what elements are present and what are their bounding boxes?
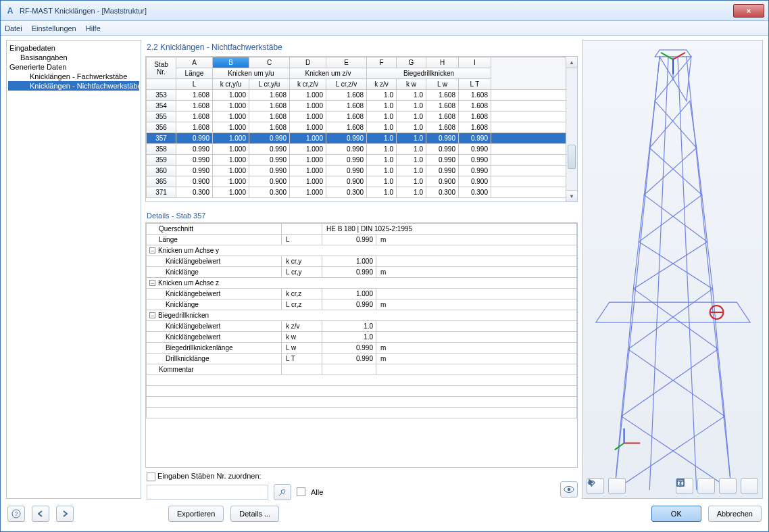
table-row[interactable]: 3650.9001.0000.9001.0000.9001.01.00.9000… (147, 176, 577, 187)
detail-querschnitt-label: Querschnitt (147, 224, 282, 235)
svg-line-6 (687, 57, 731, 490)
th-knicken-yu[interactable]: Knicken um y/u (213, 68, 290, 79)
titlebar[interactable]: A RF-MAST Knicklängen - [Maststruktur] × (1, 1, 768, 21)
svg-point-1 (568, 488, 570, 491)
tree-item-generierte-daten[interactable]: Generierte Daten (8, 62, 139, 72)
details-panel: QuerschnittHE B 180 | DIN 1025-2:1995 Lä… (145, 222, 578, 468)
pick-member-button[interactable] (274, 484, 291, 500)
svg-text:?: ? (14, 510, 18, 517)
table-row[interactable]: 3590.9901.0000.9901.0000.9901.01.00.9900… (147, 155, 577, 166)
svg-line-5 (615, 57, 660, 490)
menu-help[interactable]: Hilfe (86, 24, 101, 32)
details-title: Details - Stab 357 (145, 209, 578, 222)
assign-input[interactable] (147, 485, 268, 500)
table-scrollbar[interactable] (566, 57, 577, 201)
export-button[interactable]: Exportieren (168, 506, 224, 522)
next-button[interactable] (56, 506, 74, 522)
menu-settings[interactable]: Einstellungen (32, 24, 76, 32)
th-c[interactable]: C (249, 57, 290, 68)
table-row[interactable]: 3710.3001.0000.3001.0000.3001.01.00.3000… (147, 187, 577, 198)
th-kw[interactable]: k w (397, 79, 426, 90)
view-button[interactable] (560, 481, 578, 498)
close-button[interactable]: × (733, 4, 764, 18)
svg-line-9 (673, 53, 685, 59)
th-kcrzv[interactable]: k cr,z/v (290, 79, 326, 90)
app-icon: A (5, 5, 16, 16)
th-biegedrill[interactable]: Biegedrillknicken (367, 68, 491, 79)
th-stab-nr[interactable]: StabNr. (147, 57, 176, 79)
footer: ? Exportieren Details ... OK Abbrechen (1, 502, 768, 531)
assign-label: Eingaben Stäben Nr. zuordnen: (157, 472, 262, 480)
detail-group-z[interactable]: −Knicken um Achse z (147, 278, 577, 289)
menu-bar: Datei Einstellungen Hilfe (1, 21, 768, 36)
help-button[interactable]: ? (7, 506, 25, 522)
th-knicken-zv[interactable]: Knicken um z/v (290, 68, 367, 79)
svg-line-10 (661, 53, 673, 59)
table-row[interactable]: 3551.6081.0001.6081.0001.6081.01.01.6081… (147, 112, 577, 122)
th-laenge[interactable]: Länge (176, 68, 213, 79)
th-h[interactable]: H (426, 57, 459, 68)
buckling-table[interactable]: StabNr. A B C D E F G H I (145, 56, 578, 202)
th-kzv[interactable]: k z/v (367, 79, 397, 90)
assign-row: Eingaben Stäben Nr. zuordnen: Alle (145, 468, 578, 499)
th-a[interactable]: A (176, 57, 213, 68)
th-Lw[interactable]: L w (426, 79, 459, 90)
work-area: Eingabedaten Basisangaben Generierte Dat… (1, 36, 768, 502)
th-b[interactable]: B (213, 57, 249, 68)
svg-marker-2 (655, 50, 691, 57)
th-i[interactable]: I (459, 57, 491, 68)
view3d-axes-z-button[interactable]: Z (719, 478, 737, 494)
detail-querschnitt-value: HE B 180 | DIN 1025-2:1995 (322, 224, 577, 235)
prev-button[interactable] (32, 506, 49, 522)
nav-tree[interactable]: Eingabedaten Basisangaben Generierte Dat… (6, 40, 141, 499)
detail-group-biege[interactable]: −Biegedrillknicken (147, 310, 577, 321)
alle-checkbox[interactable] (297, 487, 305, 496)
th-LT[interactable]: L T (459, 79, 491, 90)
tree-item-eingabedaten[interactable]: Eingabedaten (8, 43, 139, 53)
tree-item-fachwerkstaebe[interactable]: Knicklängen - Fachwerkstäbe (8, 72, 139, 81)
section-title: 2.2 Knicklängen - Nichtfachwerkstäbe (145, 40, 578, 56)
window-title: RF-MAST Knicklängen - [Maststruktur] (20, 7, 733, 15)
th-f[interactable]: F (367, 57, 397, 68)
table-row[interactable]: 3541.6081.0001.6081.0001.6081.01.01.6081… (147, 101, 577, 112)
table-row[interactable]: 3580.9901.0000.9901.0000.9901.01.00.9900… (147, 144, 577, 155)
detail-laenge-label: Länge (147, 235, 282, 245)
th-e[interactable]: E (326, 57, 367, 68)
th-kcryu[interactable]: k cr,y/u (213, 79, 249, 90)
tree-item-nichtfachwerkstaebe[interactable]: Knicklängen - Nichtfachwerkstäbe (8, 81, 139, 91)
details-button[interactable]: Details ... (230, 506, 279, 522)
assign-checkbox[interactable] (147, 473, 155, 481)
view3d-rotate-button[interactable] (608, 478, 626, 494)
th-Lcryu[interactable]: L cr,y/u (249, 79, 290, 90)
th-g[interactable]: G (397, 57, 426, 68)
th-L[interactable]: L (176, 79, 213, 90)
tree-item-basisangaben[interactable]: Basisangaben (8, 53, 139, 62)
menu-file[interactable]: Datei (5, 24, 22, 32)
cancel-button[interactable]: Abbrechen (708, 506, 762, 522)
table-row[interactable]: 3561.6081.0001.6081.0001.6081.01.01.6081… (147, 122, 577, 133)
th-d[interactable]: D (290, 57, 326, 68)
svg-line-8 (678, 57, 697, 490)
view3d-iso-button[interactable] (741, 478, 758, 494)
table-row[interactable]: 3570.9901.0000.9901.0000.9901.01.00.9900… (147, 133, 577, 144)
th-Lcrzv[interactable]: L cr,z/v (326, 79, 367, 90)
table-row[interactable]: 3600.9901.0000.9901.0000.9901.01.00.9900… (147, 166, 577, 176)
svg-marker-4 (596, 302, 750, 322)
app-window: A RF-MAST Knicklängen - [Maststruktur] ×… (0, 0, 769, 532)
mast-icon (582, 41, 762, 499)
view3d-axes-y-button[interactable]: Y (697, 478, 715, 494)
alle-label: Alle (311, 488, 323, 496)
table-row[interactable]: 3531.6081.0001.6081.0001.6081.01.01.6081… (147, 90, 577, 101)
detail-group-y[interactable]: −Knicken um Achse y (147, 245, 577, 256)
ok-button[interactable]: OK (651, 506, 701, 522)
model-3d-view[interactable]: X Y Z (582, 40, 763, 499)
